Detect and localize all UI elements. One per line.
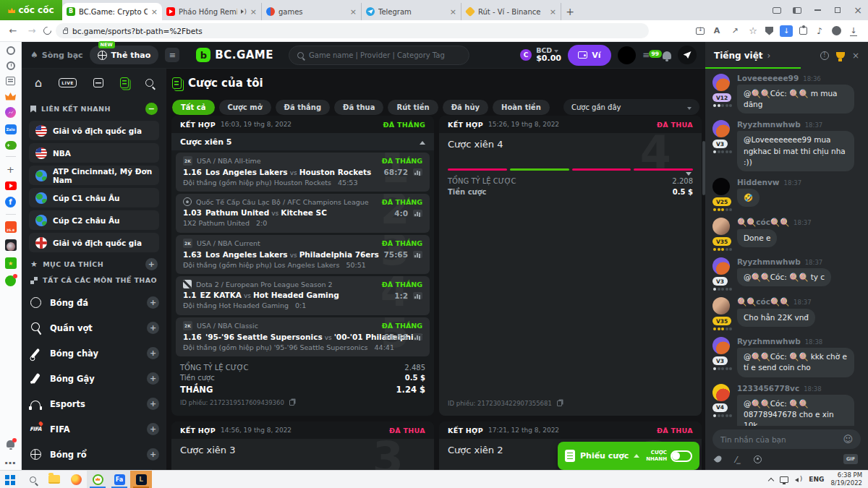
photo-app-icon[interactable] [5,239,17,251]
browser-tab[interactable]: Telegram [362,3,461,20]
add-app-icon[interactable] [5,163,17,175]
quick-link[interactable]: Cúp C1 châu Âu [29,188,159,207]
bet-selection[interactable]: 3 USA / NBA Current 1.63Los Angeles Lake… [176,235,430,274]
username[interactable]: Ryyzhmnwhwb [737,257,801,266]
username[interactable]: Ryyzhmnwhwb [737,120,801,129]
bookmark-star-icon[interactable] [747,25,759,37]
avatar[interactable] [712,178,730,195]
facebook-icon[interactable] [5,197,16,207]
chat-toggle-button[interactable] [678,46,697,64]
tab-search-icon[interactable] [767,0,787,20]
search-input[interactable] [309,51,461,59]
reload-button[interactable] [42,25,54,37]
avatar[interactable] [712,74,730,91]
back-button[interactable] [6,25,20,36]
bet-selection[interactable]: 5 USA / NBA Classic 1.16'95-'96 Seattle … [176,317,430,356]
quick-link[interactable]: ATP Cincinnati, Mỹ Đơn Nam [29,166,159,185]
notifications-icon[interactable] [663,51,671,59]
copy-icon[interactable] [557,401,562,406]
volume-icon[interactable] [795,476,802,483]
browser-tab[interactable]: games [262,3,362,20]
filter-pill[interactable]: Đã thắng [276,100,331,115]
coccoc-crown-icon[interactable] [5,92,16,100]
firefox-icon[interactable] [65,471,87,488]
clock[interactable]: 6:38 PM8/19/2022 [830,471,862,487]
bet-name-row[interactable]: Cược xiên 5 [171,133,434,150]
quick-bet-toggle[interactable] [671,450,692,462]
language-indicator[interactable]: ENG [809,476,824,483]
divider[interactable] [6,156,16,157]
username[interactable]: 🍭🍭cóc🍭🍭 [737,297,789,307]
avatar[interactable] [712,297,730,314]
stats-icon[interactable] [413,251,422,258]
balance[interactable]: BCD $0.00 [520,47,561,64]
site-logo[interactable]: BC.GAME [196,48,273,62]
copy-icon[interactable] [289,400,294,406]
sale-25-8-icon[interactable] [5,221,17,233]
divider[interactable] [6,214,16,215]
sports-nav[interactable]: NEW Thẻ thao [90,46,159,64]
save-page-icon[interactable] [696,27,705,35]
sports-menu-icon[interactable] [165,48,179,62]
chat-language[interactable]: Tiếng việt [714,51,763,61]
rules-info-icon[interactable] [820,51,829,60]
emoji-icon[interactable] [843,434,853,445]
url-text[interactable]: bc.game/sports?bt-path=%2Fbets [72,27,203,35]
commands-icon[interactable] [734,455,741,464]
sport-item[interactable]: Bóng chày [29,341,159,366]
coin-icon[interactable] [754,455,762,463]
sport-item[interactable]: Esports [29,391,159,416]
expand-caret-icon[interactable] [686,165,692,179]
avatar[interactable] [712,120,730,137]
sport-item[interactable]: Bóng Gậy [29,366,159,391]
tab-close-icon[interactable] [550,7,556,17]
live-icon[interactable] [59,78,77,87]
expand-sport-button[interactable] [147,347,159,359]
collapse-caret-icon[interactable] [420,137,425,147]
trophy-icon[interactable] [836,52,845,59]
tab-close-icon[interactable] [151,7,158,17]
avatar[interactable] [712,257,730,275]
browser-tab[interactable]: BC.Game: Crypto Casino Gan [62,3,162,20]
filter-pill[interactable]: Hoàn tiền [493,100,550,115]
tab-close-icon[interactable] [250,7,257,17]
downloads-icon[interactable] [848,25,859,37]
new-tab-button[interactable] [561,3,579,20]
avatar[interactable] [712,218,730,235]
filter-pill[interactable]: Rút tiền [388,100,438,115]
expand-sport-button[interactable] [147,296,159,309]
browser-tab[interactable]: Pháo Hồng Remix, Nhưng [162,3,262,20]
youtube-icon[interactable] [5,181,17,190]
close-button[interactable] [848,0,868,20]
extensions-icon[interactable] [799,27,807,35]
username[interactable]: Loveeeeeee99 [737,74,799,82]
filter-pill[interactable]: Đã thua [334,100,383,115]
quick-link[interactable]: Giải vô địch quốc gia [29,121,159,140]
username[interactable]: Ryyzhmnwhwb [737,337,801,346]
casino-nav[interactable]: Sòng bạc [30,50,83,60]
quick-link[interactable]: Cúp C2 châu Âu [29,210,159,230]
stats-icon[interactable] [413,333,422,341]
share-icon[interactable] [729,25,741,37]
shield-icon[interactable] [765,27,773,35]
calendar-icon[interactable] [93,78,103,87]
tab-close-icon[interactable] [450,7,456,17]
chat-input[interactable] [720,435,843,444]
sport-item[interactable]: Quần vợt [29,315,159,341]
collapse-section-button[interactable] [145,103,158,115]
avatar[interactable] [712,384,730,401]
taskbar-search[interactable] [22,471,43,488]
filter-pill[interactable]: Đã hủy [443,100,488,115]
bet-card-collapsed[interactable]: KẾT HỢP 14:56, 19 thg 8, 2022 ĐÃ THUA 3 … [171,421,434,470]
star-app-icon[interactable] [5,257,17,269]
reading-list-icon[interactable] [6,77,15,85]
file-explorer-icon[interactable] [43,471,65,488]
search-icon[interactable] [145,79,153,87]
tab-close-icon[interactable] [350,7,357,17]
forward-button[interactable] [25,25,39,36]
expand-sport-button[interactable] [147,423,159,435]
stats-icon[interactable] [413,210,422,217]
bet-card-collapsed[interactable]: KẾT HỢP 15:26, 19 thg 8, 2022 ĐÃ THUA 4 … [439,116,702,416]
notifications-bell-icon[interactable] [7,440,14,448]
filter-pill[interactable]: Tất cả [172,100,215,115]
